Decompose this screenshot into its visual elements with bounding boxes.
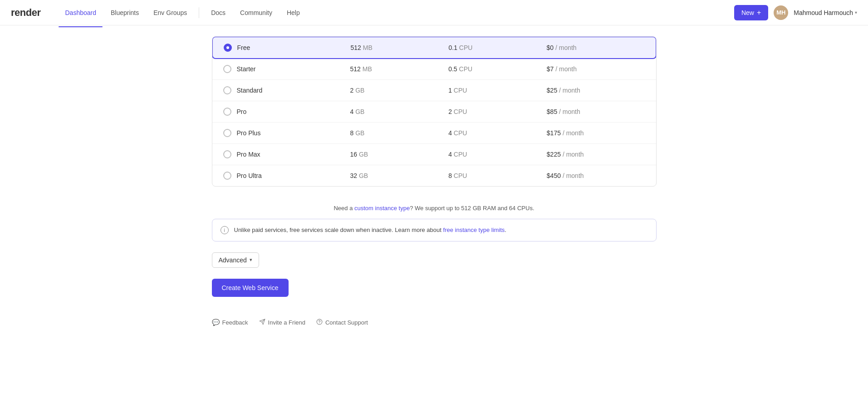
nav-link-community[interactable]: Community: [234, 5, 279, 20]
radio-pro-ultra: [223, 172, 231, 180]
instance-row-pro-plus[interactable]: Pro Plus 8 GB 4 CPU $175 / month: [212, 123, 656, 144]
instance-name-cell-pro: Pro: [223, 108, 350, 116]
instance-name-starter: Starter: [237, 65, 256, 73]
nav-divider: [199, 7, 199, 18]
invite-friend-link[interactable]: Invite a Friend: [259, 319, 305, 326]
nav-link-docs[interactable]: Docs: [205, 5, 232, 20]
instance-price-pro: $85 / month: [547, 108, 645, 115]
info-text: Unlike paid services, free services scal…: [234, 226, 506, 235]
instance-price-pro-max: $225 / month: [547, 151, 645, 158]
instance-cpu-starter: 0.5 CPU: [448, 65, 547, 73]
instance-price-pro-ultra: $450 / month: [547, 172, 645, 179]
info-box: i Unlike paid services, free services sc…: [212, 219, 657, 241]
feedback-label: Feedback: [222, 319, 248, 326]
feedback-icon: 💬: [212, 319, 220, 326]
nav-right: New + MH Mahmoud Harmouch ▾: [734, 5, 857, 20]
instance-name-free: Free: [237, 44, 250, 51]
instance-price-pro-plus: $175 / month: [547, 129, 645, 137]
user-menu[interactable]: Mahmoud Harmouch ▾: [794, 9, 857, 16]
instance-ram-pro-ultra: 32 GB: [350, 172, 449, 179]
contact-support-link[interactable]: Contact Support: [316, 319, 368, 326]
instance-name-standard: Standard: [237, 87, 263, 94]
instance-row-pro-ultra[interactable]: Pro Ultra 32 GB 8 CPU $450 / month: [212, 165, 656, 186]
instance-cpu-pro-ultra: 8 CPU: [448, 172, 547, 179]
free-instance-limits-link[interactable]: free instance type limits: [443, 227, 505, 233]
new-button-label: New: [741, 9, 754, 16]
instance-name-cell-pro-ultra: Pro Ultra: [223, 172, 350, 180]
advanced-label: Advanced: [219, 256, 247, 264]
instance-price-free: $0 / month: [547, 44, 645, 51]
username-label: Mahmoud Harmouch: [794, 9, 853, 16]
new-button[interactable]: New +: [734, 5, 768, 20]
custom-instance-link[interactable]: custom instance type: [354, 205, 410, 212]
instance-name-pro: Pro: [237, 108, 247, 115]
instance-cpu-standard: 1 CPU: [448, 87, 547, 94]
instance-cpu-free: 0.1 CPU: [449, 44, 547, 51]
radio-pro: [223, 108, 231, 116]
radio-inner-free: [226, 46, 229, 49]
plus-icon: +: [757, 9, 761, 17]
instance-cpu-pro-max: 4 CPU: [448, 151, 547, 158]
instance-name-pro-ultra: Pro Ultra: [237, 172, 262, 179]
custom-instance-note: Need a custom instance type? We support …: [212, 197, 657, 219]
radio-free: [224, 44, 232, 52]
contact-support-label: Contact Support: [325, 319, 368, 326]
instance-price-standard: $25 / month: [547, 87, 645, 94]
chevron-down-icon: ▾: [250, 257, 252, 263]
nav-link-dashboard[interactable]: Dashboard: [59, 5, 103, 20]
info-icon: i: [221, 226, 229, 234]
instance-ram-pro: 4 GB: [350, 108, 449, 115]
app-logo: render: [11, 7, 40, 19]
main-content: Free 512 MB 0.1 CPU $0 / month Starter 5…: [203, 25, 666, 354]
instance-name-cell-pro-max: Pro Max: [223, 150, 350, 158]
create-web-service-button[interactable]: Create Web Service: [212, 279, 289, 297]
navbar: render Dashboard Blueprints Env Groups D…: [0, 0, 868, 25]
nav-links: Dashboard Blueprints Env Groups Docs Com…: [59, 5, 734, 20]
nav-link-blueprints[interactable]: Blueprints: [104, 5, 145, 20]
instance-price-starter: $7 / month: [547, 65, 645, 73]
info-text-before: Unlike paid services, free services scal…: [234, 227, 443, 233]
instance-ram-pro-max: 16 GB: [350, 151, 449, 158]
footer-links: 💬 Feedback Invite a Friend Contact Suppo…: [212, 315, 657, 326]
chevron-down-icon: ▾: [855, 10, 857, 15]
nav-link-env-groups[interactable]: Env Groups: [147, 5, 193, 20]
instance-name-cell-starter: Starter: [223, 65, 350, 73]
radio-pro-max: [223, 150, 231, 158]
instance-ram-starter: 512 MB: [350, 65, 449, 73]
instance-row-pro-max[interactable]: Pro Max 16 GB 4 CPU $225 / month: [212, 144, 656, 165]
instance-row-free[interactable]: Free 512 MB 0.1 CPU $0 / month: [212, 36, 657, 59]
radio-pro-plus: [223, 129, 231, 137]
feedback-link[interactable]: 💬 Feedback: [212, 319, 248, 326]
radio-standard: [223, 86, 231, 94]
radio-starter: [223, 65, 231, 73]
instance-cpu-pro: 2 CPU: [448, 108, 547, 115]
instance-name-cell-standard: Standard: [223, 86, 350, 94]
avatar: MH: [774, 5, 788, 20]
instance-row-standard[interactable]: Standard 2 GB 1 CPU $25 / month: [212, 80, 656, 101]
invite-icon: [259, 319, 265, 326]
custom-note-suffix: ? We support up to 512 GB RAM and 64 CPU…: [410, 205, 534, 212]
instance-ram-standard: 2 GB: [350, 87, 449, 94]
instance-name-cell-free: Free: [224, 44, 351, 52]
instance-name-cell-pro-plus: Pro Plus: [223, 129, 350, 137]
instance-row-pro[interactable]: Pro 4 GB 2 CPU $85 / month: [212, 101, 656, 123]
invite-label: Invite a Friend: [268, 319, 305, 326]
instance-row-starter[interactable]: Starter 512 MB 0.5 CPU $7 / month: [212, 59, 656, 80]
instance-type-table: Free 512 MB 0.1 CPU $0 / month Starter 5…: [212, 36, 657, 187]
instance-name-pro-plus: Pro Plus: [237, 129, 261, 137]
instance-name-pro-max: Pro Max: [237, 151, 260, 158]
instance-ram-free: 512 MB: [351, 44, 449, 51]
instance-cpu-pro-plus: 4 CPU: [448, 129, 547, 137]
contact-support-icon: [316, 319, 323, 326]
instance-ram-pro-plus: 8 GB: [350, 129, 449, 137]
advanced-button[interactable]: Advanced ▾: [212, 252, 259, 268]
info-text-after: .: [505, 227, 506, 233]
custom-note-prefix: Need a: [333, 205, 354, 212]
nav-link-help[interactable]: Help: [280, 5, 306, 20]
